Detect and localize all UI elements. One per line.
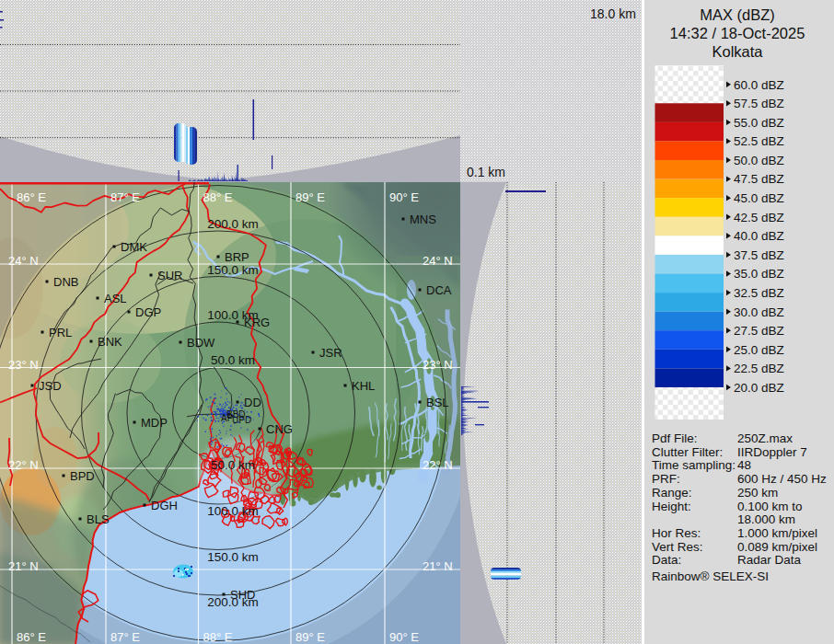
svg-text:55.0 dBZ: 55.0 dBZ — [734, 116, 784, 130]
svg-text:30.0 dBZ: 30.0 dBZ — [734, 305, 784, 319]
svg-text:KHL: KHL — [352, 379, 375, 393]
svg-text:25.0 dBZ: 25.0 dBZ — [734, 343, 784, 357]
svg-text:40.0 dBZ: 40.0 dBZ — [734, 229, 784, 243]
svg-text:20.0 dBZ: 20.0 dBZ — [734, 381, 784, 395]
svg-text:90° E: 90° E — [389, 190, 419, 204]
svg-text:SUR: SUR — [157, 269, 182, 282]
svg-text:50.0 km: 50.0 km — [211, 458, 255, 472]
svg-text:PRL: PRL — [49, 326, 72, 339]
svg-text:87° E: 87° E — [110, 630, 140, 644]
svg-text:BNK: BNK — [98, 335, 122, 349]
svg-text:86° E: 86° E — [17, 630, 46, 644]
svg-text:86° E: 86° E — [17, 190, 46, 204]
svg-text:90° E: 90° E — [389, 630, 419, 644]
svg-text:22° N: 22° N — [423, 458, 453, 472]
svg-text:23° N: 23° N — [8, 358, 39, 372]
svg-text:60.0 dBZ: 60.0 dBZ — [734, 78, 784, 92]
svg-text:DD: DD — [244, 396, 261, 409]
svg-text:42.5 dBZ: 42.5 dBZ — [734, 211, 784, 224]
svg-text:JSD: JSD — [39, 379, 62, 393]
svg-text:22° N: 22° N — [8, 458, 39, 472]
svg-text:88° E: 88° E — [203, 630, 233, 644]
svg-text:35.0 dBZ: 35.0 dBZ — [734, 267, 784, 281]
svg-text:UPD: UPD — [232, 415, 251, 425]
svg-text:200.0 km: 200.0 km — [207, 595, 259, 609]
svg-text:DGP: DGP — [135, 305, 161, 319]
svg-text:CNG: CNG — [266, 422, 293, 436]
svg-text:47.5 dBZ: 47.5 dBZ — [734, 172, 784, 186]
svg-text:ASL: ASL — [104, 292, 127, 305]
svg-text:150.0 km: 150.0 km — [207, 263, 259, 277]
svg-text:100.0 km: 100.0 km — [207, 504, 259, 518]
svg-text:45.0 dBZ: 45.0 dBZ — [734, 191, 784, 205]
svg-text:DNB: DNB — [53, 275, 78, 289]
svg-text:DMK: DMK — [121, 240, 147, 254]
svg-text:AP: AP — [221, 413, 234, 423]
svg-text:23° N: 23° N — [423, 358, 453, 372]
svg-text:DGH: DGH — [151, 499, 178, 512]
svg-text:24° N: 24° N — [8, 254, 39, 268]
svg-text:MNS: MNS — [410, 213, 436, 226]
svg-text:50.0 km: 50.0 km — [211, 353, 255, 367]
svg-text:50.0 dBZ: 50.0 dBZ — [734, 154, 784, 167]
svg-text:200.0 km: 200.0 km — [207, 217, 259, 231]
svg-text:21° N: 21° N — [423, 559, 453, 573]
svg-text:BSL: BSL — [426, 396, 449, 409]
svg-text:150.0 km: 150.0 km — [207, 550, 259, 564]
svg-text:BLS: BLS — [87, 512, 110, 526]
svg-text:88° E: 88° E — [203, 190, 233, 204]
svg-text:52.5 dBZ: 52.5 dBZ — [734, 134, 784, 148]
svg-text:21° N: 21° N — [8, 559, 39, 573]
svg-text:89° E: 89° E — [295, 630, 325, 644]
svg-text:22.5 dBZ: 22.5 dBZ — [734, 362, 784, 375]
svg-text:37.5 dBZ: 37.5 dBZ — [734, 248, 784, 262]
svg-text:DCA: DCA — [426, 283, 452, 297]
svg-text:JSR: JSR — [319, 346, 342, 360]
svg-text:32.5 dBZ: 32.5 dBZ — [734, 286, 784, 300]
svg-text:BRP: BRP — [225, 250, 249, 264]
svg-text:57.5 dBZ: 57.5 dBZ — [734, 97, 784, 110]
svg-text:87° E: 87° E — [110, 190, 140, 204]
svg-text:MDP: MDP — [141, 416, 168, 430]
svg-text:27.5 dBZ: 27.5 dBZ — [734, 324, 784, 338]
svg-text:89° E: 89° E — [295, 190, 325, 204]
svg-text:24° N: 24° N — [423, 254, 453, 268]
svg-text:100.0 km: 100.0 km — [207, 308, 259, 322]
svg-text:BDW: BDW — [187, 336, 215, 350]
svg-text:BPD: BPD — [70, 469, 95, 483]
